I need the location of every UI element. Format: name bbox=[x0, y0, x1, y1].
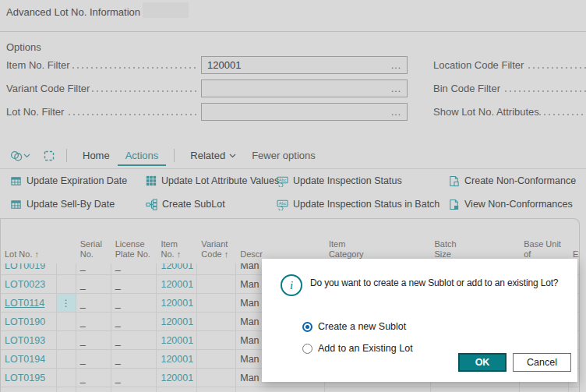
lot-no-link[interactable]: LOT0195 bbox=[1, 369, 57, 387]
item-no-link[interactable]: 120001 bbox=[157, 387, 197, 392]
variant-code-filter-label: Variant Code Filter bbox=[6, 83, 90, 94]
cancel-button[interactable]: Cancel bbox=[513, 353, 571, 372]
update-lot-attribute-values-button[interactable]: Update Lot Attribute Values bbox=[146, 175, 277, 186]
item-no-link[interactable]: 120001 bbox=[157, 263, 197, 274]
sublot-hierarchy-icon bbox=[146, 199, 157, 210]
bin-code-filter-label: Bin Code Filter bbox=[433, 83, 500, 94]
dotted-leader bbox=[505, 90, 586, 92]
col-header-serial-no[interactable]: SerialNo. bbox=[76, 239, 111, 263]
update-inspection-status-button[interactable]: Abc Update Inspection Status bbox=[277, 175, 448, 187]
tab-related[interactable]: Related bbox=[182, 145, 244, 166]
title-bar: Advanced Lot No. Information List bbox=[0, 0, 586, 32]
row-menu-icon[interactable] bbox=[57, 313, 76, 330]
col-header-license-plate-no[interactable]: LicensePlate No. bbox=[111, 239, 157, 263]
row-menu-icon[interactable] bbox=[57, 369, 76, 387]
menubar-separator bbox=[174, 149, 175, 162]
tab-actions[interactable]: Actions bbox=[118, 145, 167, 166]
focus-mode-icon[interactable] bbox=[40, 150, 58, 162]
radio-create-new-sublot[interactable]: Create a new Sublot bbox=[302, 321, 406, 332]
create-non-conformance-button[interactable]: Create Non-Conformance bbox=[448, 175, 586, 187]
assist-edit-button[interactable]: ... bbox=[391, 83, 407, 94]
document-icon bbox=[448, 175, 460, 187]
dotted-leader bbox=[528, 67, 586, 69]
dialog-message: Do you want to create a new Sublot or ad… bbox=[310, 277, 573, 288]
rename-status-icon: Abc bbox=[277, 199, 288, 210]
radio-selected-icon[interactable] bbox=[302, 322, 312, 332]
title-placeholder-box bbox=[143, 2, 189, 18]
attributes-grid-icon bbox=[146, 175, 157, 186]
radio-add-to-existing-lot[interactable]: Add to an Existing Lot bbox=[302, 343, 413, 354]
item-no-link[interactable]: 120001 bbox=[157, 369, 197, 387]
chevron-down-icon bbox=[23, 154, 30, 158]
col-header-item-no[interactable]: ItemNo. ↑ bbox=[157, 239, 197, 263]
ok-button[interactable]: OK bbox=[458, 353, 507, 372]
dotted-leader bbox=[72, 67, 197, 69]
dotted-leader bbox=[92, 90, 197, 92]
item-no-link[interactable]: 120001 bbox=[157, 350, 197, 368]
item-no-filter-label: Item No. Filter bbox=[6, 59, 70, 71]
item-no-filter-input[interactable]: 120001 ... bbox=[201, 56, 408, 74]
lot-no-link[interactable]: LOT0194 bbox=[1, 350, 57, 368]
radio-unselected-icon[interactable] bbox=[302, 344, 312, 354]
rename-status-icon: Abc bbox=[277, 175, 288, 187]
row-menu-icon[interactable] bbox=[57, 275, 76, 293]
variant-code-filter-input[interactable]: ... bbox=[201, 79, 408, 97]
dotted-leader bbox=[539, 114, 586, 115]
show-lot-attributes-label: Show Lot No. Attributes bbox=[433, 106, 539, 118]
item-no-link[interactable]: 120001 bbox=[157, 313, 197, 330]
svg-text:Abc: Abc bbox=[279, 178, 287, 182]
share-icon[interactable] bbox=[6, 149, 34, 163]
lot-no-link[interactable]: LOT0196 bbox=[1, 387, 57, 392]
row-menu-icon[interactable]: ⋮ bbox=[57, 294, 76, 312]
location-code-filter-label: Location Code Filter bbox=[433, 59, 524, 71]
table-icon bbox=[10, 175, 22, 187]
create-sublot-dialog: i Do you want to create a new Sublot or … bbox=[262, 259, 577, 382]
col-header-variant-code[interactable]: VariantCode ↑ bbox=[197, 239, 236, 263]
item-no-link[interactable]: 120001 bbox=[157, 275, 197, 293]
table-icon bbox=[10, 199, 22, 210]
row-menu-icon[interactable] bbox=[57, 387, 76, 392]
lot-no-filter-label: Lot No. Filter bbox=[6, 106, 64, 118]
lot-no-filter-input[interactable]: ... bbox=[201, 103, 408, 121]
table-header-row: Lot No. ↑ SerialNo. LicensePlate No. Ite… bbox=[1, 219, 579, 263]
lot-no-link[interactable]: LOT0193 bbox=[1, 331, 57, 349]
view-non-conformances-button[interactable]: View Non-Conformances bbox=[448, 199, 586, 210]
lot-no-link[interactable]: LOT0023 bbox=[1, 275, 57, 293]
lot-no-link[interactable]: LOT0019 bbox=[1, 263, 57, 274]
assist-edit-button[interactable]: ... bbox=[391, 107, 407, 118]
fewer-options-button[interactable]: Fewer options bbox=[244, 145, 323, 166]
row-menu-icon[interactable] bbox=[57, 350, 76, 368]
lot-no-link[interactable]: LOT0114 bbox=[1, 294, 57, 312]
chevron-down-icon bbox=[229, 154, 236, 158]
table-row[interactable]: LOT0196 _ _ 120001 Man bbox=[1, 387, 579, 392]
row-menu-icon[interactable] bbox=[57, 331, 76, 349]
assist-edit-button[interactable]: ... bbox=[391, 60, 407, 71]
document-icon bbox=[448, 199, 460, 210]
dotted-leader bbox=[69, 114, 197, 115]
menubar-separator bbox=[66, 149, 67, 162]
lot-no-link[interactable]: LOT0190 bbox=[1, 313, 57, 330]
options-section-label: Options bbox=[6, 41, 41, 53]
item-no-link[interactable]: 120001 bbox=[157, 331, 197, 349]
update-sell-by-date-button[interactable]: Update Sell-By Date bbox=[10, 199, 146, 210]
col-header-lot-no[interactable]: Lot No. ↑ bbox=[1, 249, 57, 263]
create-sublot-button[interactable]: Create SubLot bbox=[146, 199, 277, 210]
update-inspection-status-in-batch-button[interactable]: Abc Update Inspection Status in Batch bbox=[277, 199, 448, 210]
update-expiration-date-button[interactable]: Update Expiration Date bbox=[10, 175, 146, 187]
page-title: Advanced Lot No. Information List bbox=[6, 6, 159, 18]
tab-home[interactable]: Home bbox=[75, 145, 118, 166]
row-menu-icon[interactable] bbox=[57, 263, 76, 274]
actions-toolbar: Update Expiration Date Update Lot Attrib… bbox=[0, 169, 586, 218]
options-section: Options Item No. Filter 120001 ... Locat… bbox=[0, 32, 586, 143]
item-no-link[interactable]: 120001 bbox=[157, 294, 197, 312]
action-menubar: Home Actions Related Fewer options bbox=[0, 143, 586, 169]
info-icon: i bbox=[281, 274, 302, 296]
svg-text:Abc: Abc bbox=[279, 201, 287, 206]
